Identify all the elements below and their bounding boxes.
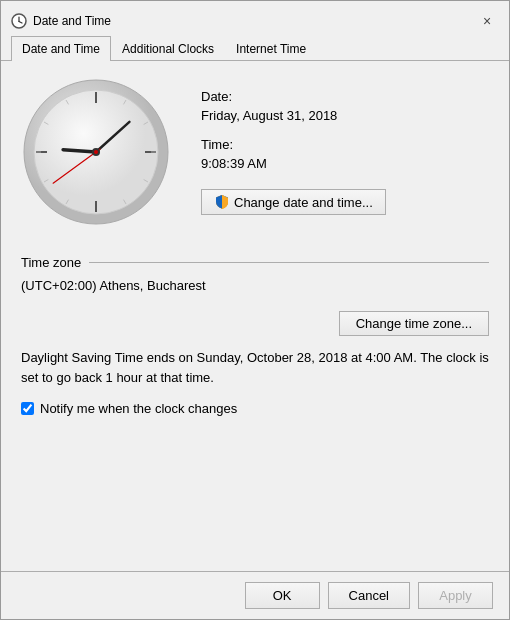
change-tz-btn-row: Change time zone... [21, 311, 489, 336]
apply-button[interactable]: Apply [418, 582, 493, 609]
tabs-bar: Date and Time Additional Clocks Internet… [1, 35, 509, 61]
analog-clock [21, 77, 171, 227]
shield-icon [214, 194, 230, 210]
svg-point-27 [94, 150, 98, 154]
close-button[interactable]: × [475, 10, 499, 32]
date-time-info: Date: Friday, August 31, 2018 Time: 9:08… [201, 89, 386, 215]
timezone-value: (UTC+02:00) Athens, Bucharest [21, 278, 489, 293]
divider-line [89, 262, 489, 263]
timezone-section-header: Time zone [21, 255, 489, 270]
tab-internet-time[interactable]: Internet Time [225, 36, 317, 61]
clock-date-row: Date: Friday, August 31, 2018 Time: 9:08… [21, 77, 489, 227]
change-timezone-button[interactable]: Change time zone... [339, 311, 489, 336]
ok-button[interactable]: OK [245, 582, 320, 609]
date-label: Date: [201, 89, 386, 104]
time-label: Time: [201, 137, 386, 152]
time-value: 9:08:39 AM [201, 156, 386, 171]
tab-additional-clocks[interactable]: Additional Clocks [111, 36, 225, 61]
change-datetime-label: Change date and time... [234, 195, 373, 210]
clock-icon [11, 13, 27, 29]
notify-checkbox-row: Notify me when the clock changes [21, 401, 489, 416]
timezone-section-label: Time zone [21, 255, 81, 270]
title-bar: Date and Time × [1, 1, 509, 33]
dialog-window: Date and Time × Date and Time Additional… [0, 0, 510, 620]
date-value: Friday, August 31, 2018 [201, 108, 386, 123]
dst-text: Daylight Saving Time ends on Sunday, Oct… [21, 348, 489, 387]
change-date-time-button[interactable]: Change date and time... [201, 189, 386, 215]
tab-content: Date: Friday, August 31, 2018 Time: 9:08… [1, 61, 509, 571]
tab-date-and-time[interactable]: Date and Time [11, 36, 111, 61]
svg-line-23 [63, 150, 96, 152]
dialog-title: Date and Time [33, 14, 111, 28]
timezone-row: (UTC+02:00) Athens, Bucharest Change tim… [21, 278, 489, 336]
notify-checkbox[interactable] [21, 402, 34, 415]
dialog-footer: OK Cancel Apply [1, 571, 509, 619]
notify-label: Notify me when the clock changes [40, 401, 237, 416]
cancel-button[interactable]: Cancel [328, 582, 410, 609]
title-bar-left: Date and Time [11, 13, 111, 29]
